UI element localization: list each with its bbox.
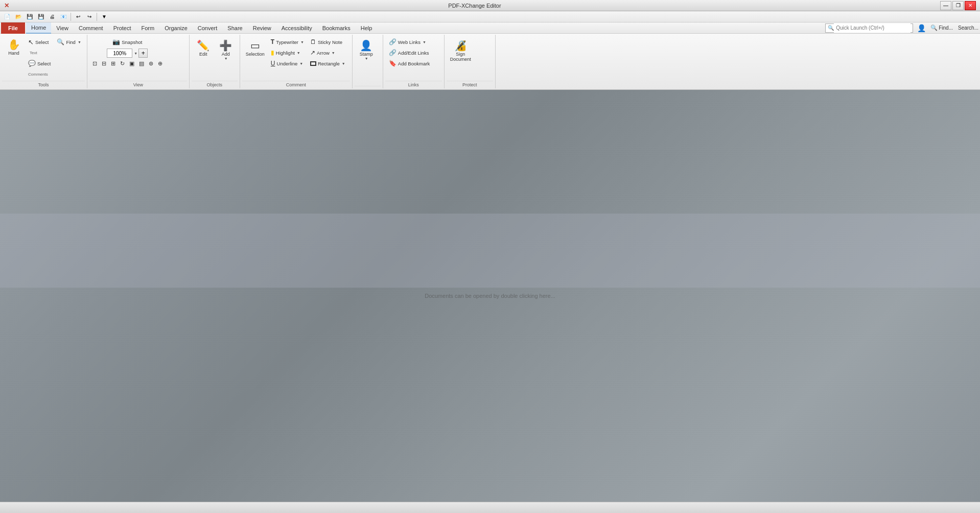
rectangle-icon — [310, 61, 316, 66]
select-comments-button[interactable]: 💬 Select — [26, 58, 53, 68]
view-more-button[interactable]: ⊕ — [156, 59, 165, 67]
select-text-button[interactable]: ↖ Select — [26, 37, 53, 47]
tools-content: ✋ Hand ↖ Select Text 💬 Select Comments — [2, 36, 85, 81]
view-actual-size-button[interactable]: ⊞ — [109, 59, 118, 67]
close-button[interactable]: ✕ — [965, 1, 976, 10]
arrow-label: Arrow — [317, 50, 330, 56]
form-menu[interactable]: Form — [136, 22, 160, 34]
rectangle-button[interactable]: Rectangle ▼ — [308, 58, 348, 68]
main-area[interactable]: Documents can be opened by double clicki… — [0, 90, 980, 502]
organize-menu[interactable]: Organize — [159, 22, 193, 34]
web-links-label: Web Links — [398, 39, 421, 45]
zoom-in-button[interactable]: + — [138, 49, 148, 58]
edit-icon: ✏️ — [197, 39, 209, 52]
customize-quick-toolbar[interactable]: ▼ — [99, 12, 109, 21]
view-group-label: View — [89, 81, 187, 87]
objects-content: ✏️ Edit ➕ Add ▼ — [192, 36, 238, 81]
quick-access-toolbar: 📄 📂 💾 💾 🖨 📧 ↩ ↪ ▼ — [0, 11, 980, 22]
typewriter-button[interactable]: T Typewriter ▼ — [268, 37, 307, 47]
add-edit-links-button[interactable]: 🔗 Add/Edit Links — [386, 48, 432, 58]
view-scroll-button[interactable]: ⊛ — [147, 59, 155, 67]
protect-menu[interactable]: Protect — [108, 22, 136, 34]
email-button[interactable]: 📧 — [58, 12, 68, 21]
redo-button[interactable]: ↪ — [84, 12, 95, 21]
find-button[interactable]: 🔍 Find... — [930, 24, 953, 32]
web-links-button[interactable]: 🔗 Web Links ▼ — [386, 37, 432, 47]
undo-button[interactable]: ↩ — [73, 12, 83, 21]
user-icon: 👤 — [917, 24, 926, 32]
search-input[interactable] — [834, 24, 911, 33]
highlight-button[interactable]: ▮ Highlight ▼ — [268, 48, 307, 58]
hand-label: Hand — [8, 51, 19, 56]
zoom-control: ▼ + — [107, 48, 148, 59]
stamp-content: 👤 Stamp ▼ — [355, 36, 378, 86]
underline-button[interactable]: U Underline ▼ — [268, 58, 307, 68]
protect-group-label: Protect — [447, 81, 493, 87]
review-menu[interactable]: Review — [248, 22, 276, 34]
objects-group-label: Objects — [192, 81, 238, 87]
add-icon: ➕ — [219, 39, 232, 52]
ribbon: ✋ Hand ↖ Select Text 💬 Select Comments — [0, 34, 980, 90]
comments-icon: 💬 — [28, 60, 36, 67]
new-button[interactable]: 📄 — [2, 12, 12, 21]
bookmark-icon: 🔖 — [389, 60, 396, 67]
bookmarks-menu[interactable]: Bookmarks — [317, 22, 356, 34]
minimize-button[interactable]: — — [940, 1, 951, 10]
web-links-dropdown: ▼ — [423, 40, 426, 44]
print-button[interactable]: 🖨 — [47, 12, 57, 21]
comment-menu[interactable]: Comment — [74, 22, 108, 34]
add-button[interactable]: ➕ Add ▼ — [215, 37, 237, 73]
sticky-label: Sticky Note — [318, 39, 342, 45]
stamp-dropdown: ▼ — [365, 57, 368, 60]
app-icon: ✕ — [4, 2, 9, 9]
view-menu[interactable]: View — [51, 22, 74, 34]
open-button[interactable]: 📂 — [13, 12, 24, 21]
hand-tool-button[interactable]: ✋ Hand — [3, 37, 25, 73]
comment-group: ▭ Selection T Typewriter ▼ ▮ Highlight ▼… — [240, 35, 353, 88]
stamp-group-label — [355, 86, 381, 87]
edit-button[interactable]: ✏️ Edit — [193, 37, 214, 73]
find-button-ribbon[interactable]: 🔍 Find ▼ — [54, 37, 83, 47]
file-menu[interactable]: File — [1, 22, 25, 34]
arrow-button[interactable]: ↗ Arrow ▼ — [308, 48, 348, 58]
sign-icon: 🔏 — [454, 39, 467, 52]
select-comments-sublabel-btn[interactable]: Comments — [26, 69, 53, 79]
selection-button[interactable]: ▭ Selection — [243, 37, 267, 73]
view-fit-width-button[interactable]: ⊟ — [100, 59, 108, 67]
snapshot-button[interactable]: 📷 Snapshot — [110, 37, 145, 47]
search-button[interactable]: Search... — [958, 25, 979, 31]
view-mode-button[interactable]: ▣ — [127, 59, 136, 67]
comment-content: ▭ Selection T Typewriter ▼ ▮ Highlight ▼… — [242, 36, 349, 81]
view-two-page-button[interactable]: ▤ — [137, 59, 146, 67]
home-menu[interactable]: Home — [26, 22, 51, 34]
protect-group: 🔏 SignDocument Protect — [445, 35, 496, 88]
zoom-input[interactable] — [107, 49, 132, 58]
restore-button[interactable]: ❐ — [952, 1, 964, 10]
accessibility-menu[interactable]: Accessibility — [276, 22, 317, 34]
find-ribbon-icon: 🔍 — [57, 38, 64, 45]
links-content: 🔗 Web Links ▼ 🔗 Add/Edit Links 🔖 Add Boo… — [385, 36, 433, 81]
convert-menu[interactable]: Convert — [193, 22, 223, 34]
zoom-dropdown-arrow[interactable]: ▼ — [134, 52, 137, 55]
rectangle-dropdown: ▼ — [342, 62, 345, 65]
sticky-note-button[interactable]: 🗒 Sticky Note — [308, 37, 348, 47]
window-controls[interactable]: — ❐ ✕ — [940, 1, 976, 10]
protect-content: 🔏 SignDocument — [447, 36, 475, 81]
menu-bar: File Home View Comment Protect Form Orga… — [0, 22, 980, 34]
save-as-button[interactable]: 💾 — [36, 12, 46, 21]
sign-document-button[interactable]: 🔏 SignDocument — [448, 37, 474, 73]
add-bookmark-button[interactable]: 🔖 Add Bookmark — [386, 58, 432, 68]
help-menu[interactable]: Help — [356, 22, 378, 34]
stamp-button[interactable]: 👤 Stamp ▼ — [356, 37, 377, 73]
edit-label: Edit — [199, 52, 207, 57]
view-group: 📷 Snapshot ▼ + ⊡ ⊟ ⊞ ↻ ▣ ▤ ⊛ — [87, 35, 190, 88]
select-text-label-button[interactable]: Text — [26, 48, 53, 58]
underline-icon: U — [271, 60, 275, 67]
empty-state-text: Documents can be opened by double clicki… — [425, 293, 555, 299]
save-button[interactable]: 💾 — [25, 12, 35, 21]
share-menu[interactable]: Share — [222, 22, 247, 34]
highlight-icon: ▮ — [271, 49, 274, 56]
snapshot-icon: 📷 — [112, 38, 120, 45]
view-fit-page-button[interactable]: ⊡ — [90, 59, 99, 67]
view-rotate-button[interactable]: ↻ — [118, 59, 127, 67]
